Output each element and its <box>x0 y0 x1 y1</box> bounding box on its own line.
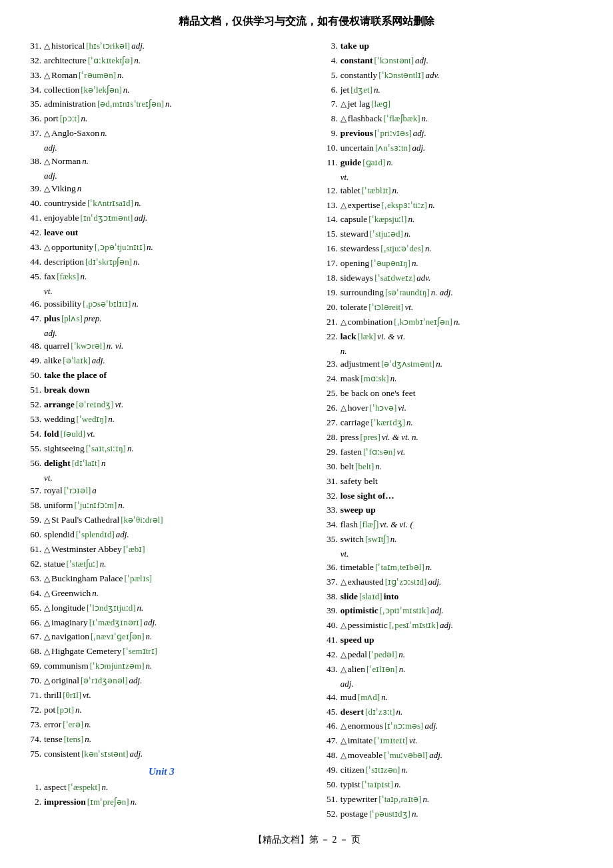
entry-number: 32. <box>20 54 41 68</box>
phonetic: [ˌstjuːəˈdes] <box>380 242 424 255</box>
part-of-speech: n. <box>381 691 388 704</box>
word-bold: desert <box>340 705 364 719</box>
entry-number: 49. <box>20 354 41 368</box>
list-item: 38.slide[slaɪd]into <box>316 590 593 604</box>
triangle-icon: △ <box>340 199 346 212</box>
word-bold: fold <box>44 427 59 441</box>
entry-indent: adj. <box>20 327 303 340</box>
part-of-speech: n. <box>132 297 139 311</box>
triangle-icon: △ <box>340 749 346 762</box>
list-item: 18.sideways[ˈsaɪdweɪz]adv. <box>316 271 593 285</box>
part-of-speech: n. <box>406 416 413 429</box>
entry-content: sightseeing[ˈsaɪtˌsiːɪŋ]n. <box>44 442 303 456</box>
phonetic: [læk] <box>358 330 376 343</box>
entry-content: lack[læk]vi. & vt. <box>340 330 593 344</box>
word: press <box>340 431 359 445</box>
list-item: 58.uniform[ˈjuːnɪfɔːm]n. <box>20 499 303 513</box>
entry-content: possibility[ˌpɔsəˈbɪlɪtɪ]n. <box>44 297 303 311</box>
word: statue <box>44 557 65 571</box>
word: countryside <box>44 197 86 211</box>
list-item: 44.description[dɪˈskrɪpʃən]n. <box>20 255 303 269</box>
list-item: 2.impression[ɪmˈpreʃən]n. <box>20 795 303 809</box>
part-of-speech: adj. <box>413 127 426 140</box>
entry-indent: adj. <box>316 677 593 691</box>
entry-number: 26. <box>316 401 338 415</box>
entry-number: 43. <box>316 663 338 677</box>
list-item: 61.△Westminster Abbey[ˈæbɪ] <box>20 543 303 557</box>
phonetic: [kəˈθiːdrəl] <box>121 513 163 527</box>
entry-number: 42. <box>316 648 338 662</box>
entry-number: 35. <box>316 533 338 547</box>
word: thrill <box>44 689 61 703</box>
word: alien <box>348 663 365 677</box>
entry-content: △Roman[ˈrəumən]n. <box>44 69 303 83</box>
word-bold: plus <box>44 312 60 326</box>
word: enormous <box>348 719 383 733</box>
word: postage <box>340 807 368 821</box>
word: original <box>51 674 79 688</box>
entry-number: 63. <box>20 572 41 586</box>
word: sightseeing <box>44 442 85 456</box>
list-item: 33.△Roman[ˈrəumən]n. <box>20 69 303 83</box>
entry-content: △enormous[ɪˈnɔːməs]adj. <box>340 719 593 733</box>
entry-number: 60. <box>20 528 41 542</box>
phonetic: [ədˌmɪnɪsˈtreɪʃən] <box>97 97 164 111</box>
part-of-speech: vt. & vi. ( <box>380 518 412 531</box>
list-item: 40.△pessimistic[ˌpesɪˈmɪstɪk]adj. <box>316 619 593 633</box>
list-item: 30.belt[belt]n. <box>316 460 593 474</box>
entry-number: 51. <box>316 793 338 807</box>
word-bold: arrange <box>44 398 75 412</box>
list-item: 34.collection[kəˈlekʃən]n. <box>20 83 303 97</box>
entry-number: 31. <box>316 475 338 489</box>
list-item: 40.countryside[ˈkʌntrɪsaɪd]n. <box>20 197 303 211</box>
entry-content: collection[kəˈlekʃən]n. <box>44 83 303 97</box>
bold-phrase: take the place of <box>44 369 107 383</box>
entry-number: 48. <box>20 339 41 353</box>
entry-content: tablet[ˈtæblɪt]n. <box>340 184 593 198</box>
word-bold: impression <box>44 795 86 809</box>
entry-content: press[pres]vi. & vt. n. <box>340 431 593 445</box>
part-of-speech: n. <box>426 561 432 574</box>
entry-content: architecture[ˈɑːkɪtektʃə]n. <box>44 54 303 68</box>
list-item: 42.△pedal[ˈpedəl]n. <box>316 648 593 662</box>
part-of-speech: vt. <box>405 301 414 314</box>
entry-content: plus[plʌs]prep. <box>44 312 303 326</box>
word: communism <box>44 659 89 673</box>
entry-content: constantly[ˈkɔnstəntlɪ]adv. <box>340 69 593 83</box>
phonetic: [dɪˈlaɪt] <box>72 457 100 470</box>
phonetic: [ˈsaɪtˌsiːɪŋ] <box>86 442 126 455</box>
part-of-speech: n. <box>390 372 397 385</box>
entry-content: description[dɪˈskrɪpʃən]n. <box>44 255 303 269</box>
word: St Paul's Cathedral <box>51 513 119 527</box>
entry-number: 41. <box>20 211 41 225</box>
phonetic: [ˈmuːvəbəl] <box>384 749 428 762</box>
list-item: 52.arrange[əˈreɪndʒ]vt. <box>20 398 303 412</box>
part-of-speech: n. <box>399 663 406 676</box>
phonetic: [ˈəupənɪŋ] <box>370 257 410 270</box>
entry-indent: vt. <box>20 471 303 485</box>
entry-indent: vt. <box>20 285 303 298</box>
entry-number: 53. <box>20 413 41 427</box>
list-item: 31.safety belt <box>316 475 593 489</box>
word: surrounding <box>340 286 384 300</box>
phonetic: [ɡaɪd] <box>362 156 385 169</box>
entry-content: △flashback[ˈflæʃbæk]n. <box>340 112 593 126</box>
entry-content: constant[ˈkɔnstənt]adj. <box>340 54 593 68</box>
entry-content: △opportunity[ˌɔpəˈtjuːnɪtɪ]n. <box>44 241 303 255</box>
part-of-speech: adj. <box>415 54 428 67</box>
word: wedding <box>44 413 75 427</box>
entry-number: 59. <box>20 513 41 527</box>
entry-number: 64. <box>20 587 41 601</box>
list-item: 36.timetable[ˈtaɪmˌteɪbəl]n. <box>316 561 593 575</box>
part-of-speech: n. <box>147 241 153 254</box>
entry-content: △St Paul's Cathedral[kəˈθiːdrəl] <box>44 513 303 527</box>
entry-number: 23. <box>316 357 338 371</box>
triangle-icon: △ <box>44 645 50 658</box>
part-of-speech: n. <box>398 648 405 661</box>
word: imitate <box>348 734 373 748</box>
entry-content: optimistic[ˌɔptɪˈmɪstɪk]adj. <box>340 604 593 618</box>
part-of-speech: adj. <box>129 674 143 687</box>
phonetic: [ʌnˈsɜːtn] <box>375 141 410 155</box>
list-item: 73.error[ˈerə]n. <box>20 718 303 732</box>
entry-indent: vt. <box>316 171 593 184</box>
